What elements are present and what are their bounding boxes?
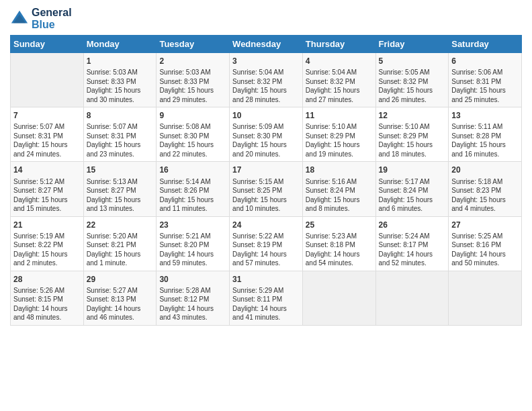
day-info: Sunrise: 5:04 AM Sunset: 8:32 PM Dayligh… (306, 68, 373, 104)
day-number: 14 (13, 165, 81, 175)
day-cell: 15Sunrise: 5:13 AM Sunset: 8:27 PM Dayli… (83, 162, 157, 216)
day-cell: 19Sunrise: 5:17 AM Sunset: 8:24 PM Dayli… (375, 162, 449, 216)
day-cell: 29Sunrise: 5:27 AM Sunset: 8:13 PM Dayli… (83, 271, 157, 325)
day-number: 23 (159, 220, 226, 230)
day-number: 20 (451, 165, 519, 175)
day-cell: 6Sunrise: 5:06 AM Sunset: 8:31 PM Daylig… (449, 53, 522, 107)
day-info: Sunrise: 5:07 AM Sunset: 8:31 PM Dayligh… (87, 122, 154, 158)
col-header-friday: Friday (375, 36, 449, 53)
day-number: 16 (159, 165, 226, 175)
week-row-3: 14Sunrise: 5:12 AM Sunset: 8:27 PM Dayli… (11, 162, 522, 216)
day-info: Sunrise: 5:20 AM Sunset: 8:21 PM Dayligh… (87, 232, 154, 268)
day-cell: 18Sunrise: 5:16 AM Sunset: 8:24 PM Dayli… (302, 162, 375, 216)
day-number: 8 (87, 110, 154, 121)
day-number: 25 (306, 220, 373, 230)
day-cell: 5Sunrise: 5:05 AM Sunset: 8:32 PM Daylig… (375, 53, 449, 107)
day-cell: 23Sunrise: 5:21 AM Sunset: 8:20 PM Dayli… (157, 216, 230, 271)
day-number: 10 (232, 110, 300, 121)
day-cell: 17Sunrise: 5:15 AM Sunset: 8:25 PM Dayli… (230, 162, 303, 216)
day-info: Sunrise: 5:06 AM Sunset: 8:31 PM Dayligh… (451, 68, 519, 104)
day-number: 24 (232, 220, 300, 230)
day-cell (302, 271, 375, 325)
calendar-table: SundayMondayTuesdayWednesdayThursdayFrid… (10, 35, 522, 326)
day-cell: 10Sunrise: 5:09 AM Sunset: 8:30 PM Dayli… (230, 107, 303, 162)
day-cell: 7Sunrise: 5:07 AM Sunset: 8:31 PM Daylig… (11, 107, 84, 162)
day-info: Sunrise: 5:27 AM Sunset: 8:13 PM Dayligh… (87, 286, 154, 322)
page-container: General Blue SundayMondayTuesdayWednesda… (0, 0, 532, 332)
logo-icon (10, 9, 29, 28)
col-header-wednesday: Wednesday (230, 36, 303, 53)
day-number: 1 (87, 56, 154, 66)
day-info: Sunrise: 5:24 AM Sunset: 8:17 PM Dayligh… (379, 232, 446, 268)
day-cell: 13Sunrise: 5:11 AM Sunset: 8:28 PM Dayli… (449, 107, 522, 162)
day-number: 18 (306, 165, 373, 175)
day-info: Sunrise: 5:03 AM Sunset: 8:33 PM Dayligh… (87, 68, 154, 104)
day-cell: 3Sunrise: 5:04 AM Sunset: 8:32 PM Daylig… (230, 53, 303, 107)
week-row-4: 21Sunrise: 5:19 AM Sunset: 8:22 PM Dayli… (11, 216, 522, 271)
day-info: Sunrise: 5:21 AM Sunset: 8:20 PM Dayligh… (159, 232, 226, 268)
day-cell: 2Sunrise: 5:03 AM Sunset: 8:33 PM Daylig… (157, 53, 230, 107)
day-cell: 31Sunrise: 5:29 AM Sunset: 8:11 PM Dayli… (230, 271, 303, 325)
day-number: 6 (451, 56, 519, 66)
week-row-2: 7Sunrise: 5:07 AM Sunset: 8:31 PM Daylig… (11, 107, 522, 162)
day-cell: 9Sunrise: 5:08 AM Sunset: 8:30 PM Daylig… (157, 107, 230, 162)
day-info: Sunrise: 5:09 AM Sunset: 8:30 PM Dayligh… (232, 122, 300, 158)
week-row-1: 1Sunrise: 5:03 AM Sunset: 8:33 PM Daylig… (11, 53, 522, 107)
day-cell: 24Sunrise: 5:22 AM Sunset: 8:19 PM Dayli… (230, 216, 303, 271)
day-info: Sunrise: 5:29 AM Sunset: 8:11 PM Dayligh… (232, 286, 300, 322)
logo-text: General Blue (32, 7, 72, 31)
day-number: 15 (87, 165, 154, 175)
day-number: 13 (451, 110, 519, 121)
day-number: 2 (159, 56, 226, 66)
day-info: Sunrise: 5:13 AM Sunset: 8:27 PM Dayligh… (87, 177, 154, 214)
day-info: Sunrise: 5:16 AM Sunset: 8:24 PM Dayligh… (306, 177, 373, 214)
day-number: 3 (232, 56, 300, 66)
col-header-monday: Monday (83, 36, 157, 53)
day-number: 21 (13, 220, 81, 230)
day-number: 19 (379, 165, 446, 175)
day-info: Sunrise: 5:12 AM Sunset: 8:27 PM Dayligh… (13, 177, 81, 214)
day-cell (11, 53, 84, 107)
day-info: Sunrise: 5:26 AM Sunset: 8:15 PM Dayligh… (13, 286, 81, 322)
day-number: 30 (159, 274, 226, 285)
day-number: 9 (159, 110, 226, 121)
day-cell: 16Sunrise: 5:14 AM Sunset: 8:26 PM Dayli… (157, 162, 230, 216)
day-number: 5 (379, 56, 446, 66)
calendar-header-row: SundayMondayTuesdayWednesdayThursdayFrid… (11, 36, 522, 53)
day-number: 22 (87, 220, 154, 230)
day-info: Sunrise: 5:03 AM Sunset: 8:33 PM Dayligh… (159, 68, 226, 104)
col-header-thursday: Thursday (302, 36, 375, 53)
day-info: Sunrise: 5:05 AM Sunset: 8:32 PM Dayligh… (379, 68, 446, 104)
day-number: 17 (232, 165, 300, 175)
day-cell: 27Sunrise: 5:25 AM Sunset: 8:16 PM Dayli… (449, 216, 522, 271)
day-number: 29 (87, 274, 154, 285)
day-number: 28 (13, 274, 81, 285)
day-info: Sunrise: 5:17 AM Sunset: 8:24 PM Dayligh… (379, 177, 446, 214)
day-cell: 21Sunrise: 5:19 AM Sunset: 8:22 PM Dayli… (11, 216, 84, 271)
day-cell: 26Sunrise: 5:24 AM Sunset: 8:17 PM Dayli… (375, 216, 449, 271)
day-number: 31 (232, 274, 300, 285)
day-info: Sunrise: 5:28 AM Sunset: 8:12 PM Dayligh… (159, 286, 226, 322)
day-info: Sunrise: 5:14 AM Sunset: 8:26 PM Dayligh… (159, 177, 226, 214)
day-cell: 14Sunrise: 5:12 AM Sunset: 8:27 PM Dayli… (11, 162, 84, 216)
day-info: Sunrise: 5:15 AM Sunset: 8:25 PM Dayligh… (232, 177, 300, 214)
day-cell: 12Sunrise: 5:10 AM Sunset: 8:29 PM Dayli… (375, 107, 449, 162)
day-info: Sunrise: 5:07 AM Sunset: 8:31 PM Dayligh… (13, 122, 81, 158)
day-info: Sunrise: 5:04 AM Sunset: 8:32 PM Dayligh… (232, 68, 300, 104)
day-cell: 8Sunrise: 5:07 AM Sunset: 8:31 PM Daylig… (83, 107, 157, 162)
day-cell: 1Sunrise: 5:03 AM Sunset: 8:33 PM Daylig… (83, 53, 157, 107)
col-header-tuesday: Tuesday (157, 36, 230, 53)
day-number: 12 (379, 110, 446, 121)
day-info: Sunrise: 5:10 AM Sunset: 8:29 PM Dayligh… (379, 122, 446, 158)
col-header-saturday: Saturday (449, 36, 522, 53)
day-info: Sunrise: 5:11 AM Sunset: 8:28 PM Dayligh… (451, 122, 519, 158)
week-row-5: 28Sunrise: 5:26 AM Sunset: 8:15 PM Dayli… (11, 271, 522, 325)
day-cell: 22Sunrise: 5:20 AM Sunset: 8:21 PM Dayli… (83, 216, 157, 271)
day-info: Sunrise: 5:18 AM Sunset: 8:23 PM Dayligh… (451, 177, 519, 214)
day-cell: 30Sunrise: 5:28 AM Sunset: 8:12 PM Dayli… (157, 271, 230, 325)
day-number: 27 (451, 220, 519, 230)
day-cell (375, 271, 449, 325)
header: General Blue (10, 7, 522, 31)
day-cell (449, 271, 522, 325)
day-number: 7 (13, 110, 81, 121)
